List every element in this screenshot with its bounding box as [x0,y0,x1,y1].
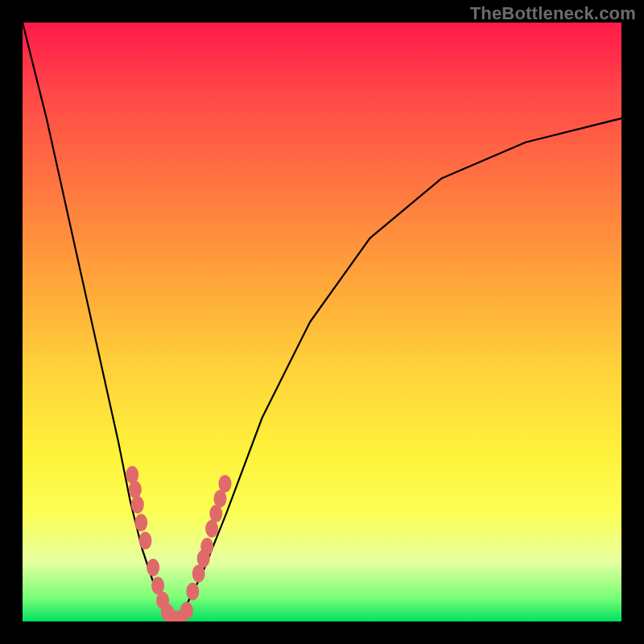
bead [219,475,232,493]
bead [131,496,144,514]
bead [186,583,199,601]
chart-frame: TheBottleneck.com [0,0,644,644]
bead [200,538,213,555]
bead [139,532,152,550]
bead [134,514,147,531]
plot-area [23,23,621,621]
bead [147,559,159,576]
chart-svg [23,23,621,621]
bead [126,466,138,484]
bottleneck-curve [23,23,621,621]
bead [180,602,193,620]
highlight-beads [126,466,231,621]
bead [129,481,142,498]
watermark-text: TheBottleneck.com [470,3,636,24]
